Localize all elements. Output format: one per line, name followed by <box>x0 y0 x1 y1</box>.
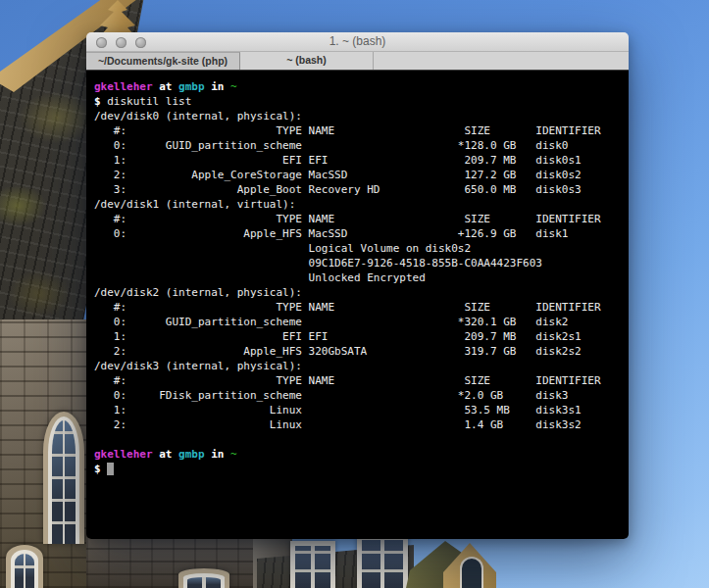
tab-bar: ~/Documents/gk-site (php) ~ (bash) <box>86 52 629 71</box>
terminal-line: $ diskutil list <box>94 94 629 109</box>
terminal-line: 0: Apple_HFS MacSSD +126.9 GB disk1 <box>94 226 629 241</box>
terminal-text: #: TYPE NAME SIZE IDENTIFIER <box>94 124 601 137</box>
minimize-button-icon[interactable] <box>116 37 127 48</box>
gothic-window <box>6 545 43 588</box>
terminal-line: 1: EFI EFI 209.7 MB disk0s1 <box>94 153 629 168</box>
terminal-text: gmbp <box>178 80 205 93</box>
terminal-line: 0: FDisk_partition_scheme *2.0 GB disk3 <box>94 388 629 403</box>
terminal-line: /dev/disk3 (internal, physical): <box>94 359 629 373</box>
terminal-text: 1: EFI EFI 209.7 MB disk0s1 <box>94 154 582 167</box>
terminal-text: gkelleher <box>94 448 153 461</box>
terminal-text: 2: Apple_HFS 320GbSATA 319.7 GB disk2s2 <box>94 345 582 358</box>
terminal-line: 0: GUID_partition_scheme *128.0 GB disk0 <box>94 138 629 153</box>
terminal-text <box>94 433 101 446</box>
terminal-text: at <box>159 80 172 93</box>
terminal-text: 1: Linux 53.5 MB disk3s1 <box>94 404 582 416</box>
terminal-line: gkelleher at gmbp in ~ <box>94 79 629 94</box>
terminal-text: /dev/disk0 (internal, physical): <box>94 110 302 122</box>
terminal-line: Unlocked Encrypted <box>94 270 629 285</box>
close-button-icon[interactable] <box>96 37 107 48</box>
terminal-text: 2: Linux 1.4 GB disk3s2 <box>94 418 582 431</box>
terminal-text: ~ <box>230 80 237 93</box>
terminal-text: /dev/disk3 (internal, physical): <box>94 360 302 372</box>
terminal-text: in <box>211 80 224 93</box>
terminal-text: 0: Apple_HFS MacSSD +126.9 GB disk1 <box>94 227 568 240</box>
dormer-window <box>290 541 335 588</box>
window-glass <box>187 577 221 588</box>
terminal-text: 1: EFI EFI 209.7 MB disk2s1 <box>94 330 582 343</box>
terminal-screen[interactable]: gkelleher at gmbp in ~$ diskutil list/de… <box>86 71 629 539</box>
tab-bash[interactable]: ~ (bash) <box>240 52 374 70</box>
terminal-line: 1: Linux 53.5 MB disk3s1 <box>94 403 629 417</box>
terminal-line: 3: Apple_Boot Recovery HD 650.0 MB disk0… <box>94 182 629 197</box>
terminal-line: #: TYPE NAME SIZE IDENTIFIER <box>94 373 629 388</box>
window-titlebar[interactable]: 1. ~ (bash) <box>86 32 629 52</box>
terminal-line: Logical Volume on disk0s2 <box>94 241 629 256</box>
window-panes <box>362 540 403 588</box>
terminal-text: 2: Apple_CoreStorage MacSSD 127.2 GB dis… <box>94 169 582 181</box>
terminal-text: 0: GUID_partition_scheme *320.1 GB disk2 <box>94 316 568 328</box>
terminal-line: /dev/disk2 (internal, physical): <box>94 285 629 300</box>
terminal-text: ~ <box>230 448 237 461</box>
window-panes <box>295 546 330 588</box>
gothic-window <box>43 412 84 544</box>
terminal-line: #: TYPE NAME SIZE IDENTIFIER <box>94 212 629 226</box>
terminal-line: 09C1D6E7-9126-4518-855B-C0AA4423F603 <box>94 256 629 270</box>
terminal-line: $ <box>94 462 629 476</box>
terminal-text: $ <box>94 95 107 108</box>
terminal-text: Logical Volume on disk0s2 <box>94 242 471 255</box>
terminal-text: /dev/disk2 (internal, physical): <box>94 286 302 299</box>
terminal-line: 1: EFI EFI 209.7 MB disk2s1 <box>94 329 629 344</box>
terminal-text: 09C1D6E7-9126-4518-855B-C0AA4423F603 <box>94 257 542 270</box>
terminal-text: 0: GUID_partition_scheme *128.0 GB disk0 <box>94 139 568 152</box>
tab-bar-empty-space <box>374 52 629 70</box>
terminal-text: Unlocked Encrypted <box>94 271 426 284</box>
terminal-line: /dev/disk0 (internal, physical): <box>94 109 629 123</box>
stone-wall-lower <box>86 537 263 588</box>
terminal-line: #: TYPE NAME SIZE IDENTIFIER <box>94 123 629 138</box>
terminal-text: #: TYPE NAME SIZE IDENTIFIER <box>94 301 601 314</box>
terminal-text: #: TYPE NAME SIZE IDENTIFIER <box>94 374 601 387</box>
terminal-line: 2: Apple_CoreStorage MacSSD 127.2 GB dis… <box>94 168 629 182</box>
dormer-window <box>357 535 408 588</box>
terminal-text: #: TYPE NAME SIZE IDENTIFIER <box>94 213 601 225</box>
window-title: 1. ~ (bash) <box>86 32 629 51</box>
terminal-text: at <box>159 448 172 461</box>
terminal-text: /dev/disk1 (internal, virtual): <box>94 198 295 211</box>
terminal-text: in <box>211 448 224 461</box>
zoom-button-icon[interactable] <box>135 37 146 48</box>
gothic-window-top <box>178 568 229 588</box>
terminal-line: gkelleher at gmbp in ~ <box>94 447 629 462</box>
window-glass <box>15 554 34 588</box>
terminal-window: 1. ~ (bash) ~/Documents/gk-site (php) ~ … <box>86 32 629 539</box>
arched-window <box>460 557 483 588</box>
terminal-line: 2: Linux 1.4 GB disk3s2 <box>94 417 629 432</box>
terminal-text: 3: Apple_Boot Recovery HD 650.0 MB disk0… <box>94 183 582 196</box>
terminal-text: diskutil list <box>107 95 191 108</box>
terminal-text: gkelleher <box>94 80 153 93</box>
terminal-line: 0: GUID_partition_scheme *320.1 GB disk2 <box>94 315 629 329</box>
terminal-line <box>94 432 629 447</box>
terminal-line: /dev/disk1 (internal, virtual): <box>94 197 629 212</box>
terminal-text: 0: FDisk_partition_scheme *2.0 GB disk3 <box>94 389 568 402</box>
window-glass <box>52 420 76 544</box>
tab-gk-site-php[interactable]: ~/Documents/gk-site (php) <box>86 52 240 70</box>
terminal-text: gmbp <box>178 448 205 461</box>
terminal-line: #: TYPE NAME SIZE IDENTIFIER <box>94 300 629 315</box>
terminal-text: $ <box>94 463 107 475</box>
terminal-cursor <box>107 463 114 475</box>
terminal-line: 2: Apple_HFS 320GbSATA 319.7 GB disk2s2 <box>94 344 629 359</box>
